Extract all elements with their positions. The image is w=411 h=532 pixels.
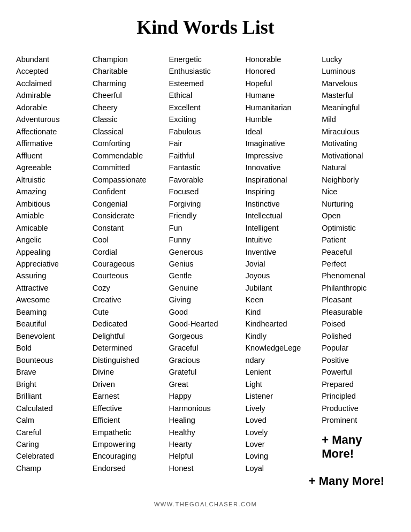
- word-item: Healthy: [169, 427, 242, 438]
- word-item: Kind: [245, 306, 318, 318]
- word-item: Loved: [245, 414, 318, 426]
- word-item: Happy: [169, 390, 242, 402]
- word-item: Champion: [93, 54, 166, 65]
- word-item: Patient: [322, 234, 395, 246]
- word-item: Cordial: [93, 246, 166, 258]
- word-item: Beautiful: [16, 318, 89, 330]
- word-item: Lover: [245, 438, 318, 450]
- word-item: Marvelous: [322, 78, 395, 89]
- word-item: Listener: [245, 390, 318, 402]
- word-item: Exciting: [169, 113, 242, 125]
- word-item: Caring: [16, 438, 89, 450]
- word-item: Humble: [245, 113, 318, 125]
- word-item: Loyal: [245, 462, 318, 474]
- word-item: Cool: [93, 234, 166, 246]
- word-item: Intelligent: [245, 222, 318, 234]
- word-item: Cute: [93, 306, 166, 318]
- word-item: Prominent: [322, 414, 395, 426]
- word-item: Ethical: [169, 89, 242, 101]
- word-item: Affirmative: [16, 138, 89, 149]
- word-item: Genius: [169, 258, 242, 270]
- word-item: Positive: [322, 354, 395, 366]
- word-item: Committed: [93, 162, 166, 173]
- word-item: Bright: [16, 378, 89, 390]
- word-item: Honest: [169, 462, 242, 474]
- word-item: Charming: [93, 78, 166, 89]
- word-item: Humane: [245, 89, 318, 101]
- word-item: Poised: [322, 318, 395, 330]
- word-item: Divine: [93, 366, 166, 378]
- word-item: Favorable: [169, 174, 242, 186]
- word-item: Altruistic: [16, 174, 89, 186]
- word-item: Admirable: [16, 89, 89, 101]
- word-item: Effective: [93, 402, 166, 414]
- word-item: Inventive: [245, 246, 318, 258]
- word-item: KnowledgeLege: [245, 342, 318, 354]
- word-item: Fantastic: [169, 162, 242, 173]
- word-item: Energetic: [169, 54, 242, 65]
- word-item: Cozy: [93, 282, 166, 294]
- word-item: Focused: [169, 186, 242, 197]
- word-item: Graceful: [169, 342, 242, 354]
- word-item: Congenial: [93, 198, 166, 210]
- word-item: Angelic: [16, 234, 89, 246]
- word-item: Appealing: [16, 246, 89, 258]
- column-3: EnergeticEnthusiasticEsteemedEthicalExce…: [169, 54, 242, 474]
- word-item: Luminous: [322, 65, 395, 77]
- word-item: Joyous: [245, 270, 318, 282]
- word-item: Fabulous: [169, 126, 242, 138]
- word-item: Benevolent: [16, 330, 89, 342]
- word-item: Masterful: [322, 89, 395, 101]
- word-item: Polished: [322, 330, 395, 342]
- word-item: Endorsed: [93, 462, 166, 474]
- word-item: Open: [322, 210, 395, 222]
- word-item: Optimistic: [322, 222, 395, 234]
- words-grid: AbundantAcceptedAcclaimedAdmirableAdorab…: [16, 54, 395, 474]
- word-item: Funny: [169, 234, 242, 246]
- word-item: Inspiring: [245, 186, 318, 197]
- word-item: Hopeful: [245, 78, 318, 89]
- word-item: Jubilant: [245, 282, 318, 294]
- word-item: ndary: [245, 354, 318, 366]
- word-item: Innovative: [245, 162, 318, 173]
- word-item: Dedicated: [93, 318, 166, 330]
- word-item: Cheery: [93, 102, 166, 113]
- word-item: Genuine: [169, 282, 242, 294]
- word-item: Earnest: [93, 390, 166, 402]
- word-item: Humanitarian: [245, 102, 318, 113]
- word-item: Helpful: [169, 450, 242, 462]
- footer-url: WWW.THEGOALCHASER.COM: [16, 501, 395, 507]
- word-item: Classical: [93, 126, 166, 138]
- word-item: Determined: [93, 342, 166, 354]
- word-item: Keen: [245, 294, 318, 306]
- word-item: Popular: [322, 342, 395, 354]
- word-item: Nurturing: [322, 198, 395, 210]
- word-item: Motivating: [322, 138, 395, 149]
- word-item: Intuitive: [245, 234, 318, 246]
- word-item: Efficient: [93, 414, 166, 426]
- word-item: Bounteous: [16, 354, 89, 366]
- word-item: Constant: [93, 222, 166, 234]
- word-item: Empathetic: [93, 427, 166, 438]
- word-item: Delightful: [93, 330, 166, 342]
- word-item: Good: [169, 306, 242, 318]
- word-item: Excellent: [169, 102, 242, 113]
- word-item: Assuring: [16, 270, 89, 282]
- word-item: Careful: [16, 427, 89, 438]
- word-item: Empowering: [93, 438, 166, 450]
- word-item: Nice: [322, 186, 395, 197]
- word-item: Peaceful: [322, 246, 395, 258]
- word-item: Affluent: [16, 150, 89, 162]
- word-item: Classic: [93, 113, 166, 125]
- column-2: ChampionCharitableCharmingCheerfulCheery…: [93, 54, 166, 474]
- word-item: Compassionate: [93, 174, 166, 186]
- word-item: Jovial: [245, 258, 318, 270]
- word-item: Amicable: [16, 222, 89, 234]
- word-item: Principled: [322, 390, 395, 402]
- word-item: Calculated: [16, 402, 89, 414]
- word-item: Prepared: [322, 378, 395, 390]
- word-item: Loving: [245, 450, 318, 462]
- word-item: Brave: [16, 366, 89, 378]
- column-5: LuckyLuminousMarvelousMasterfulMeaningfu…: [322, 54, 395, 474]
- word-item: Philanthropic: [322, 282, 395, 294]
